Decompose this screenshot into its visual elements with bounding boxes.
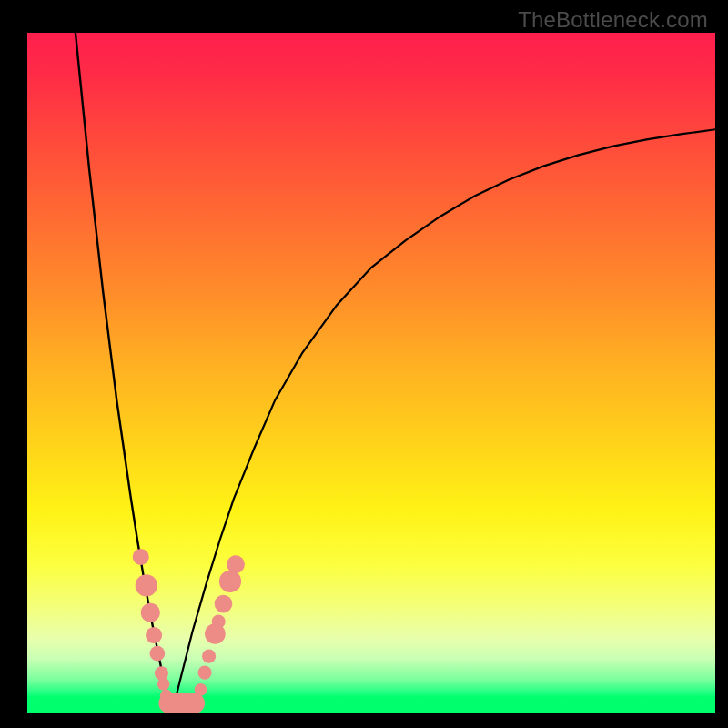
data-point-marker	[155, 666, 168, 680]
data-point-marker	[219, 571, 241, 592]
data-point-marker	[215, 595, 233, 613]
data-point-marker	[227, 555, 245, 573]
marker-group	[133, 549, 245, 713]
watermark-text: TheBottleneck.com	[518, 7, 708, 33]
data-point-marker	[141, 603, 160, 622]
curves-svg	[27, 33, 715, 713]
data-point-marker	[133, 549, 149, 565]
data-point-marker	[150, 646, 166, 662]
data-point-marker	[136, 574, 157, 596]
data-point-marker	[157, 678, 170, 691]
data-point-marker	[197, 666, 211, 680]
data-point-marker	[202, 650, 216, 663]
data-point-marker	[146, 627, 162, 643]
data-point-marker	[212, 614, 226, 628]
right-branch-curve	[172, 129, 715, 713]
chart-area	[27, 33, 715, 713]
data-point-marker	[195, 683, 207, 696]
data-point-marker	[184, 693, 205, 713]
